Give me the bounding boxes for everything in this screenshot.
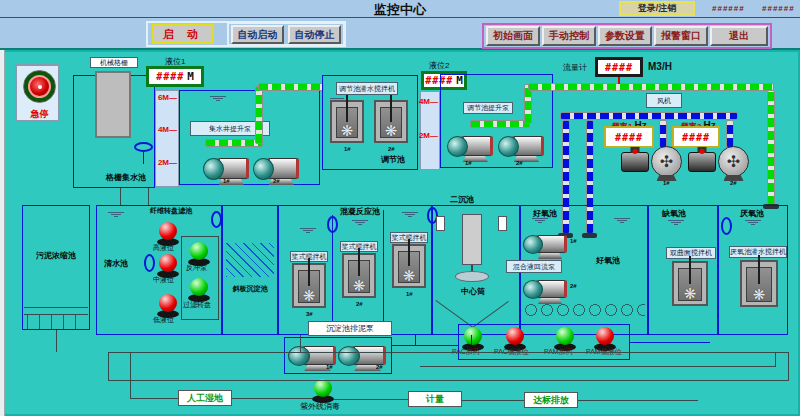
water-surface-icon — [668, 220, 684, 225]
paddle-mixer-2[interactable]: ❋ — [342, 253, 376, 298]
adjust-tank-label: 调节池 — [368, 154, 418, 165]
emergency-stop-button[interactable] — [23, 70, 56, 103]
filter-disc-label: 过滤转盘 — [183, 300, 211, 310]
adjust-pump-2-num: 2# — [516, 160, 523, 166]
water-surface-icon — [108, 212, 124, 217]
coag-tank-label: 混凝反应池 — [330, 206, 390, 217]
weir-block — [498, 216, 507, 231]
mixed-return-pump-1[interactable] — [523, 231, 567, 259]
center-tube-base — [455, 271, 489, 282]
status-placeholder-left: ###### — [712, 4, 745, 13]
pipe-green-drop — [767, 90, 775, 206]
adjust-pump-1-num: 1# — [465, 160, 472, 166]
flow-line — [420, 366, 776, 367]
adjust-pump-1[interactable] — [447, 130, 493, 162]
coag-valve-icon[interactable] — [327, 216, 338, 233]
scada-monitoring-screen: 监控中心 登录/注销 ###### ###### 启 动 自动启动 自动停止 初… — [0, 0, 800, 416]
blower-motor-2[interactable] — [688, 152, 716, 172]
flow-line-blue — [630, 342, 710, 343]
fan-2-num: 2# — [730, 180, 737, 186]
auto-start-button[interactable]: 自动启动 — [231, 25, 284, 44]
filter-inlet-valve-icon[interactable] — [211, 211, 222, 228]
anaerobic-label: 厌氧池 — [740, 208, 764, 219]
adjust-mixer-2[interactable]: ❋ — [374, 100, 408, 143]
water-surface-icon — [402, 212, 418, 217]
paddle-mixer-3-num: 3# — [306, 311, 313, 317]
flow-line — [232, 398, 312, 399]
adjust-mixers-label: 调节池潜水搅拌机 — [336, 82, 398, 95]
nav-alarm-window[interactable]: 报警窗口 — [654, 26, 708, 46]
level2-title: 液位2 — [429, 60, 449, 71]
gauge2-mark-2m: 2M— — [419, 131, 438, 140]
blower-label: 风机 — [646, 93, 682, 108]
clean-water-valve-icon[interactable] — [144, 254, 155, 272]
flow-line — [56, 330, 57, 352]
auto-stop-button[interactable]: 自动停止 — [288, 25, 341, 44]
grate-valve-icon[interactable] — [134, 142, 153, 152]
thickener-rake-line — [24, 307, 88, 308]
paddle-mixer-3[interactable]: ❋ — [292, 263, 326, 308]
water-surface-icon — [745, 220, 761, 225]
fan-1-num: 1# — [663, 180, 670, 186]
flow-line — [130, 398, 178, 399]
nav-initial-screen[interactable]: 初始画面 — [486, 26, 540, 46]
uv-label: 紫外线消毒 — [300, 401, 340, 412]
login-logout-button[interactable]: 登录/注销 — [619, 1, 695, 16]
level1-gauge: 6M— 4M— 2M— — [155, 90, 179, 187]
level2-gauge: 4M— 2M— — [420, 91, 440, 170]
water-surface-icon — [210, 96, 226, 101]
coag-divider — [332, 215, 333, 335]
mixed-return-pumps-label: 混合液回流泵 — [506, 260, 562, 273]
inclined-plates-icon — [226, 243, 274, 277]
flow-value: #### — [605, 62, 633, 73]
paddle-mixer-1-num: 1# — [406, 291, 413, 297]
flow-unit: M3/H — [648, 61, 672, 72]
mid-level-label: 中液位 — [153, 275, 174, 285]
gauge1-mark-2m: 2M— — [158, 158, 177, 167]
discharge-label: 达标排放 — [524, 392, 578, 408]
gauge1-mark-4m: 4M— — [158, 125, 177, 134]
nav-manual-control[interactable]: 手动控制 — [542, 26, 596, 46]
freq1-value: #### — [615, 132, 643, 143]
freq2-display: #### — [672, 126, 720, 148]
adjust-pump-2[interactable] — [498, 130, 544, 162]
anoxic-mixer[interactable]: ❋ — [672, 261, 708, 306]
anoxic-label: 缺氧池 — [662, 208, 686, 219]
uv-light — [312, 379, 334, 403]
sludge-pump-1-num: 1# — [326, 364, 333, 370]
anaerobic-mixer[interactable]: ❋ — [740, 260, 778, 307]
hyperbolic-mixer-label: 双曲面搅拌机 — [666, 247, 716, 259]
sludge-thickener-tank — [22, 205, 90, 330]
paddle-mixer-1[interactable]: ❋ — [392, 244, 426, 288]
adjust-pumps-label: 调节池提升泵 — [463, 102, 513, 114]
flow-line — [130, 352, 131, 398]
nav-exit-button[interactable]: 退出 — [710, 26, 768, 46]
mixed-return-pump-2[interactable] — [523, 276, 567, 304]
flow-line — [334, 399, 408, 400]
blower-fan-2[interactable]: ✣ — [718, 146, 749, 177]
flow-line — [775, 352, 776, 366]
pipe-green — [255, 86, 263, 144]
aeration-diffusers-icon — [523, 302, 645, 318]
flow-line — [462, 400, 524, 401]
title-bar: 监控中心 登录/注销 ###### ###### — [0, 0, 800, 18]
wetland-label: 人工湿地 — [178, 390, 232, 406]
sludge-pumps-label: 沉淀池排泥泵 — [308, 321, 392, 336]
blower-motor-1[interactable] — [621, 152, 649, 172]
blower-fan-1[interactable]: ✣ — [651, 146, 682, 177]
nav-parameter-settings[interactable]: 参数设置 — [598, 26, 652, 46]
sump-pump-2-num: 2# — [273, 178, 280, 184]
adjust-mixer-1[interactable]: ❋ — [330, 100, 364, 143]
level1-value: #### — [156, 71, 184, 82]
clean-water-label: 清水池 — [104, 258, 128, 269]
flow-meter-label: 流量计 — [563, 62, 587, 73]
flow-line — [108, 352, 789, 353]
start-button[interactable]: 启 动 — [152, 24, 214, 44]
mech-screen-label: 机械格栅 — [90, 57, 138, 68]
flow-line — [108, 352, 109, 380]
water-surface-icon — [614, 218, 630, 223]
weir-block — [436, 216, 445, 231]
sump-pump-1-num: 1# — [223, 178, 230, 184]
mech-screen-body[interactable] — [95, 71, 131, 138]
flow-line-blue — [392, 345, 458, 346]
